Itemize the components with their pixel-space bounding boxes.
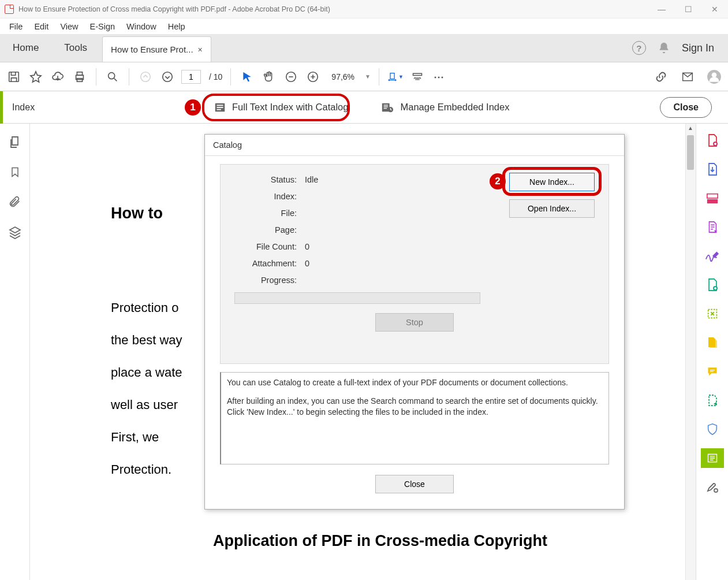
scan-ocr-icon[interactable] [701, 391, 724, 410]
attachments-icon[interactable] [9, 195, 21, 209]
scroll-thumb[interactable] [687, 135, 694, 170]
tab-document-label: How to Ensure Prot... [111, 44, 193, 54]
annotation-marker-1: 1 [185, 99, 201, 116]
combine-files-icon[interactable] [701, 333, 724, 352]
zoom-value: 97,6% [331, 72, 354, 81]
svg-point-5 [141, 72, 151, 81]
bookmark-icon[interactable] [9, 165, 21, 179]
tab-document[interactable]: How to Ensure Prot... × [102, 36, 211, 62]
index-label: Index [12, 102, 35, 113]
star-icon[interactable] [28, 69, 44, 85]
create-pdf-icon[interactable] [701, 131, 724, 150]
manage-embedded-index-button[interactable]: Manage Embedded Index [372, 96, 517, 118]
index-subbar: Index Full Text Index with Catalog Manag… [0, 91, 728, 124]
more-tools-rail-icon[interactable] [701, 477, 724, 497]
catalog-dialog: Catalog Status:Idle Index: File: Page: F… [204, 134, 625, 510]
cloud-icon[interactable] [50, 69, 66, 85]
catalog-panel: Status:Idle Index: File: Page: File Coun… [220, 164, 609, 364]
progress-label: Progress: [234, 276, 297, 285]
vertical-scrollbar[interactable]: ▲ [685, 124, 696, 580]
fill-sign-icon[interactable] [701, 246, 724, 266]
page-total: / 10 [209, 72, 222, 81]
tab-tools[interactable]: Tools [51, 34, 100, 62]
organize-pages-icon[interactable] [701, 275, 724, 295]
svg-point-6 [163, 72, 173, 81]
annotation-highlight-1 [202, 94, 350, 121]
right-rail [696, 124, 728, 580]
export-pdf-icon[interactable] [701, 159, 724, 179]
request-sig-icon[interactable] [701, 217, 724, 237]
signin-link[interactable]: Sign In [682, 42, 714, 54]
file-label: File: [234, 209, 297, 218]
svg-rect-0 [9, 72, 19, 81]
print-icon[interactable] [72, 69, 88, 85]
svg-rect-21 [384, 107, 387, 108]
compress-icon[interactable] [701, 304, 724, 324]
zoom-out-icon[interactable] [283, 69, 299, 85]
attachment-label: Attachment: [234, 259, 297, 268]
protect-icon[interactable] [701, 419, 724, 439]
index-accent [0, 91, 3, 124]
svg-rect-19 [384, 105, 388, 105]
hand-tool-icon[interactable] [261, 69, 277, 85]
svg-rect-2 [77, 72, 82, 75]
filecount-label: File Count: [234, 242, 297, 251]
menu-window[interactable]: Window [121, 20, 162, 34]
save-icon[interactable] [6, 69, 22, 85]
maximize-button[interactable]: ☐ [675, 1, 701, 18]
menu-view[interactable]: View [54, 20, 84, 34]
find-icon[interactable] [104, 69, 121, 85]
minimize-button[interactable]: — [648, 1, 675, 18]
profile-icon[interactable] [706, 69, 722, 85]
tab-row: Home Tools How to Ensure Prot... × ? Sig… [0, 35, 728, 62]
window-title: How to Ensure Protection of Cross media … [18, 5, 330, 13]
menu-help[interactable]: Help [162, 20, 191, 34]
left-rail [0, 124, 30, 580]
info-line-1: You can use Catalog to create a full-tex… [227, 377, 603, 389]
menubar: File Edit View E-Sign Window Help [0, 18, 728, 35]
attachment-value: 0 [305, 259, 309, 268]
window-titlebar: How to Ensure Protection of Cross media … [0, 0, 728, 18]
fit-width-icon[interactable]: ▼ [387, 69, 404, 85]
scroll-up-icon[interactable]: ▲ [688, 125, 693, 131]
close-subbar-button[interactable]: Close [660, 97, 712, 118]
filecount-value: 0 [305, 242, 309, 251]
zoom-caret-icon[interactable]: ▼ [365, 73, 371, 80]
read-mode-icon[interactable] [409, 69, 425, 85]
page-up-icon[interactable] [137, 69, 154, 85]
more-tools-icon[interactable]: ⋯ [431, 69, 447, 85]
menu-esign[interactable]: E-Sign [84, 20, 121, 34]
info-line-2: After building an index, you can use the… [227, 396, 603, 418]
page-label: Page: [234, 225, 297, 235]
help-icon[interactable]: ? [632, 41, 646, 55]
close-window-button[interactable]: ✕ [701, 1, 728, 18]
svg-rect-20 [384, 106, 388, 107]
svg-point-13 [712, 72, 717, 77]
page-input[interactable] [181, 70, 201, 84]
status-label: Status: [234, 175, 297, 184]
menu-edit[interactable]: Edit [28, 20, 54, 34]
bell-icon[interactable] [658, 42, 670, 54]
dialog-close-button[interactable]: Close [375, 475, 454, 493]
annotation-highlight-2 [502, 167, 602, 196]
tab-document-close-icon[interactable]: × [198, 45, 203, 54]
share-link-icon[interactable] [653, 69, 669, 85]
open-index-button[interactable]: Open Index... [509, 199, 595, 218]
thumbnails-icon[interactable] [8, 135, 22, 149]
svg-rect-9 [390, 73, 394, 79]
index-tool-icon[interactable] [701, 448, 724, 468]
stop-button: Stop [375, 313, 454, 332]
email-icon[interactable] [680, 69, 696, 85]
page-down-icon[interactable] [159, 69, 176, 85]
comment-icon[interactable] [701, 362, 724, 381]
edit-pdf-icon[interactable] [701, 188, 724, 208]
index-label-field: Index: [234, 192, 297, 201]
tab-home[interactable]: Home [0, 34, 51, 62]
progress-bar [234, 292, 480, 304]
layers-icon[interactable] [8, 225, 22, 239]
svg-rect-3 [77, 78, 82, 81]
menu-file[interactable]: File [3, 20, 28, 34]
select-tool-icon[interactable] [239, 69, 255, 85]
zoom-in-icon[interactable] [305, 69, 321, 85]
dialog-title: Catalog [205, 135, 624, 156]
